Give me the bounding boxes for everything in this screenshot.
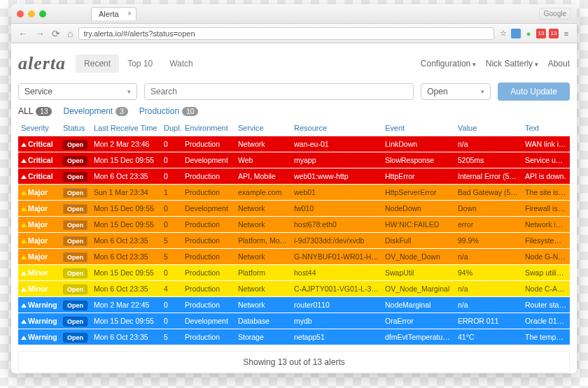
cell-service: Web bbox=[235, 152, 291, 168]
cell-severity: Major bbox=[18, 249, 60, 265]
cell-status: Open bbox=[60, 265, 91, 281]
cell-text: Swap utilisation is high. bbox=[522, 265, 570, 281]
status-select[interactable]: Open▾ bbox=[421, 83, 491, 100]
cell-value: n/a bbox=[455, 297, 522, 313]
cell-event: NodeMarginal bbox=[382, 297, 455, 313]
back-icon[interactable]: ← bbox=[17, 28, 29, 39]
cell-value: Bad Gateway (501) bbox=[455, 185, 522, 201]
star-icon[interactable]: ☆ bbox=[498, 29, 508, 38]
col-severity[interactable]: Severity bbox=[18, 120, 60, 136]
alerts-table: SeverityStatusLast Receive TimeDupl.Envi… bbox=[18, 120, 570, 345]
tab-recent[interactable]: Recent bbox=[76, 55, 119, 73]
maximize-icon[interactable] bbox=[39, 10, 46, 17]
cell-service: Network bbox=[235, 136, 291, 152]
cell-time: Mon 6 Oct 23:35 bbox=[91, 233, 161, 249]
cell-resource: i-9d7303dd:/dev/xvdb bbox=[291, 233, 382, 249]
search-input[interactable] bbox=[144, 83, 414, 100]
home-icon[interactable]: ⌂ bbox=[66, 28, 74, 39]
filter-development[interactable]: Development 3 bbox=[63, 106, 127, 116]
service-select[interactable]: Service▾ bbox=[18, 83, 137, 100]
cell-time: Mon 15 Dec 09:55 bbox=[91, 313, 161, 329]
col-value[interactable]: Value bbox=[455, 120, 522, 136]
table-row[interactable]: MajorOpenSun 1 Mar 23:341Productionexamp… bbox=[18, 185, 570, 201]
cell-service: Network bbox=[235, 281, 291, 297]
col-status[interactable]: Status bbox=[60, 120, 91, 136]
col-dupl-[interactable]: Dupl. bbox=[161, 120, 182, 136]
table-row[interactable]: WarningOpenMon 2 Mar 22:450ProductionNet… bbox=[18, 297, 570, 313]
table-row[interactable]: CriticalOpenMon 6 Oct 23:350ProductionAP… bbox=[18, 168, 570, 185]
col-event[interactable]: Event bbox=[382, 120, 455, 136]
ext-icon[interactable] bbox=[511, 29, 521, 38]
table-row[interactable]: WarningOpenMon 6 Oct 23:355ProductionSto… bbox=[18, 329, 570, 345]
cell-dupl: 0 bbox=[161, 168, 182, 185]
col-last-receive-time[interactable]: Last Receive Time bbox=[91, 120, 161, 136]
col-text[interactable]: Text bbox=[522, 120, 570, 136]
close-icon[interactable] bbox=[17, 10, 24, 17]
arrow-up-icon bbox=[21, 271, 27, 275]
cell-service: Storage bbox=[235, 329, 291, 345]
minimize-icon[interactable] bbox=[28, 10, 35, 17]
cell-event: LinkDown bbox=[382, 136, 455, 152]
arrow-up-icon bbox=[21, 239, 27, 243]
tab-close-icon[interactable]: × bbox=[127, 10, 132, 17]
cell-value: 94% bbox=[455, 265, 522, 281]
filter-production[interactable]: Production 10 bbox=[139, 106, 199, 116]
tab-watch[interactable]: Watch bbox=[161, 55, 202, 73]
cell-text: Node G-NNYBUF01-WR01-H-7206 is Down. bbox=[522, 249, 570, 265]
ext-icon[interactable]: ● bbox=[524, 29, 533, 38]
reload-icon[interactable]: ⟳ bbox=[50, 28, 62, 39]
col-resource[interactable]: Resource bbox=[291, 120, 382, 136]
search-engine-label[interactable]: Google bbox=[539, 8, 571, 20]
table-row[interactable]: MajorOpenMon 6 Oct 23:355ProductionNetwo… bbox=[18, 249, 570, 265]
cell-severity: Major bbox=[18, 185, 60, 201]
table-row[interactable]: MajorOpenMon 15 Dec 09:550ProductionNetw… bbox=[18, 217, 570, 233]
status-badge: Open bbox=[63, 236, 88, 246]
table-row[interactable]: CriticalOpenMon 2 Mar 23:460ProductionNe… bbox=[18, 136, 570, 152]
cell-event: SlowResponse bbox=[382, 152, 455, 168]
ext-icon[interactable]: 13 bbox=[536, 29, 546, 38]
cell-severity: Major bbox=[18, 217, 60, 233]
address-bar[interactable]: try.alerta.io/#/alerts?status=open bbox=[78, 27, 494, 40]
cell-env: Production bbox=[182, 185, 235, 201]
table-row[interactable]: MinorOpenMon 6 Oct 23:354ProductionNetwo… bbox=[18, 281, 570, 297]
filter-all[interactable]: ALL 13 bbox=[18, 106, 52, 116]
cell-env: Production bbox=[182, 281, 235, 297]
user-menu[interactable]: Nick Satterly bbox=[486, 59, 538, 69]
table-row[interactable]: MajorOpenMon 15 Dec 09:550DevelopmentNet… bbox=[18, 201, 570, 217]
cell-status: Open bbox=[60, 249, 91, 265]
cell-dupl: 1 bbox=[161, 185, 182, 201]
status-badge: Open bbox=[63, 188, 88, 198]
cell-value: error bbox=[455, 217, 522, 233]
status-badge: Open bbox=[63, 317, 88, 326]
status-badge: Open bbox=[63, 301, 88, 310]
arrow-up-icon bbox=[21, 143, 27, 147]
cell-severity: Warning bbox=[18, 297, 60, 313]
cell-event: DiskFull bbox=[382, 233, 455, 249]
col-environment[interactable]: Environment bbox=[182, 120, 235, 136]
cell-event: HttpServerError bbox=[382, 185, 455, 201]
menu-icon[interactable]: ≡ bbox=[561, 29, 571, 38]
cell-severity: Minor bbox=[18, 281, 60, 297]
col-service[interactable]: Service bbox=[235, 120, 291, 136]
cell-time: Mon 15 Dec 09:55 bbox=[91, 217, 161, 233]
results-footer: Showing 13 out of 13 alerts bbox=[18, 351, 570, 373]
table-row[interactable]: MinorOpenMon 15 Dec 09:550ProductionPlat… bbox=[18, 265, 570, 281]
about-link[interactable]: About bbox=[548, 59, 570, 69]
arrow-up-icon bbox=[21, 319, 27, 324]
cell-event: HttpError bbox=[382, 168, 455, 185]
cell-event: SwapUtil bbox=[382, 265, 455, 281]
table-row[interactable]: WarningOpenMon 15 Dec 09:550DevelopmentD… bbox=[18, 313, 570, 329]
config-menu[interactable]: Configuration bbox=[421, 59, 476, 69]
cell-resource: C-AJPTY001-VG01-L-3845 bbox=[291, 281, 382, 297]
tab-top10[interactable]: Top 10 bbox=[119, 55, 161, 73]
cell-value: 99.9% bbox=[455, 233, 522, 249]
forward-icon[interactable]: → bbox=[34, 28, 46, 39]
table-row[interactable]: MajorOpenMon 6 Oct 23:355ProductionPlatf… bbox=[18, 233, 570, 249]
cell-text: Node C-AJPTY001-VG01-L-3845 is Marginal. bbox=[522, 281, 570, 297]
ext-icon[interactable]: 13 bbox=[549, 29, 559, 38]
header-row: alerta Recent Top 10 Watch Configuration… bbox=[18, 48, 570, 80]
browser-tab[interactable]: Alerta × bbox=[91, 7, 136, 20]
auto-update-button[interactable]: Auto Update bbox=[498, 82, 570, 101]
cell-env: Production bbox=[182, 249, 235, 265]
table-row[interactable]: CriticalOpenMon 15 Dec 09:550Development… bbox=[18, 152, 570, 168]
